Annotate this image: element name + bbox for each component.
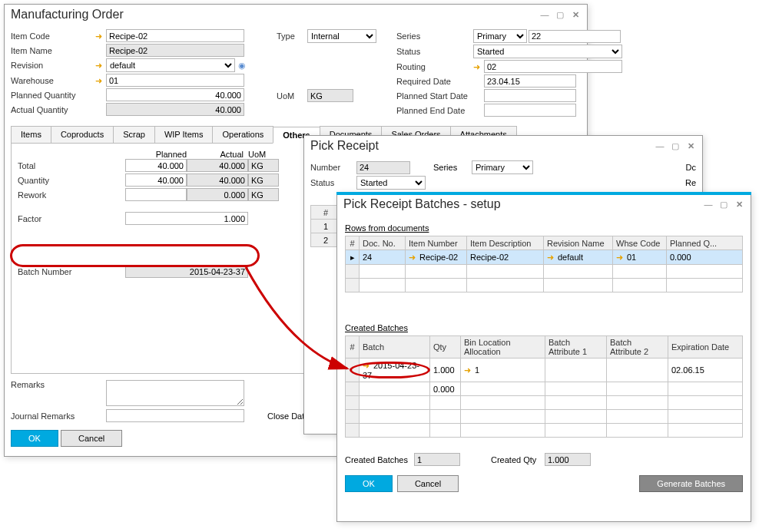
docs-row-selected[interactable]: ▸ 24 Recipe-02 Recipe-02 default 01 0.00… [346,250,743,265]
maximize-icon[interactable]: ▢ [718,200,729,210]
label-actual-qty: Actual Quantity [11,105,95,114]
col-exp[interactable]: Expiration Date [668,336,743,359]
info-icon[interactable]: ◉ [238,61,246,71]
qty-uom [248,173,279,187]
cancel-button[interactable]: Cancel [397,475,459,492]
col-whse[interactable]: Whse Code [613,236,667,250]
label-planned-start: Planned Start Date [396,91,473,101]
close-icon[interactable]: ✕ [734,200,744,210]
arrow-icon[interactable] [616,252,625,263]
label-status: Status [310,178,356,187]
planned-start-input[interactable] [484,89,576,102]
label-series: Series [396,31,473,41]
generate-batches-button[interactable]: Generate Batches [639,475,743,492]
planned-end-input[interactable] [484,104,576,117]
col-bin[interactable]: Bin Location Allocation [461,336,545,359]
mo-title: Manufacturing Order [11,8,124,21]
ok-button[interactable]: OK [11,430,58,447]
tab-operations[interactable]: Operations [212,126,273,143]
label-required-date: Required Date [396,77,473,86]
item-code-input[interactable] [106,29,244,42]
cell-qty: 0.000 [430,382,461,396]
tab-coproducts[interactable]: Coproducts [51,126,114,143]
label-series: Series [433,163,472,172]
minimize-icon[interactable]: — [655,141,665,151]
rework-planned-input[interactable] [125,188,187,201]
remarks-textarea[interactable] [106,380,244,406]
journal-remarks-input[interactable] [106,409,244,422]
maximize-icon[interactable]: ▢ [555,10,565,20]
minimize-icon[interactable]: — [539,10,550,20]
label-item-code: Item Code [11,31,95,41]
factor-input[interactable] [125,212,248,225]
item-name-input [106,44,244,57]
arrow-icon[interactable] [95,75,104,86]
cell-exp: 02.06.15 [668,359,743,382]
total-planned-input[interactable] [125,159,187,172]
label-type: Type [277,31,307,41]
label-planned-qty: Planned Quantity [11,91,95,100]
routing-input[interactable] [484,60,622,73]
label-routing: Routing [396,62,473,71]
ok-button[interactable]: OK [345,475,393,492]
total-actual-input [187,159,248,172]
label-number: Number [310,163,356,172]
col-batch[interactable]: Batch [360,336,430,359]
col-item-desc[interactable]: Item Description [467,236,544,250]
cell-whse: 01 [627,253,636,262]
pick-receipt-batches-window: Pick Receipt Batches - setup — ▢ ✕ Rows … [336,192,751,522]
series-select[interactable]: Primary [473,29,527,43]
minimize-icon[interactable]: — [703,200,714,210]
maximize-icon[interactable]: ▢ [670,141,681,151]
batches-grid: # Batch Qty Bin Location Allocation Batc… [345,335,743,438]
series-no-input[interactable] [529,30,621,43]
arrow-icon[interactable] [363,360,372,371]
arrow-icon[interactable] [409,252,418,263]
section-created-batches: Created Batches [345,323,743,332]
label-uom: UoM [277,91,307,101]
warehouse-input[interactable] [106,74,244,87]
close-icon[interactable]: ✕ [570,10,581,20]
label-revision: Revision [11,61,95,70]
label-total: Total [18,161,125,170]
total-uom [248,159,279,172]
status-select[interactable]: Started [473,45,622,58]
batch-row-empty[interactable] [346,396,743,410]
col-revision[interactable]: Revision Name [544,236,613,250]
pr-series-select[interactable]: Primary [472,160,533,174]
required-date-input[interactable] [484,74,576,88]
tab-wip-items[interactable]: WIP Items [154,126,214,143]
arrow-icon[interactable] [473,61,482,72]
batch-row-empty[interactable] [346,424,743,438]
label-created-batches: Created Batches [345,455,414,464]
col-uom: UoM [248,150,279,159]
tab-scrap[interactable]: Scrap [113,126,155,143]
prb-title: Pick Receipt Batches - setup [343,197,501,211]
revision-select[interactable]: default [106,58,235,72]
type-select[interactable]: Internal [307,29,376,43]
batch-row-empty[interactable] [346,410,743,424]
arrow-icon[interactable] [95,31,104,41]
col-item-no[interactable]: Item Number [406,236,467,250]
cell-bin: 1 [475,365,479,375]
arrow-icon[interactable] [547,252,556,263]
close-icon[interactable]: ✕ [685,141,696,151]
col-hash: # [346,336,360,359]
arrow-icon[interactable] [95,60,104,71]
cancel-button[interactable]: Cancel [61,430,122,447]
col-doc-no[interactable]: Doc. No. [360,236,406,250]
planned-qty-input[interactable] [106,88,244,101]
col-planned: Planned [125,150,187,159]
arrow-icon[interactable] [464,365,473,375]
batch-row[interactable]: 0.000 [346,382,743,396]
col-qty[interactable]: Qty [430,336,461,359]
col-attr2[interactable]: Batch Attribute 2 [607,336,668,359]
batch-row[interactable]: 2015-04-23-37 1.000 1 02.06.15 [346,359,743,382]
pr-status-select[interactable]: Started [356,176,426,190]
tab-items[interactable]: Items [11,126,51,143]
docs-row-empty[interactable] [346,279,743,292]
qty-planned-input[interactable] [125,173,187,187]
docs-row-empty[interactable] [346,265,743,279]
col-attr1[interactable]: Batch Attribute 1 [545,336,607,359]
col-planned-q[interactable]: Planned Q... [667,236,743,250]
